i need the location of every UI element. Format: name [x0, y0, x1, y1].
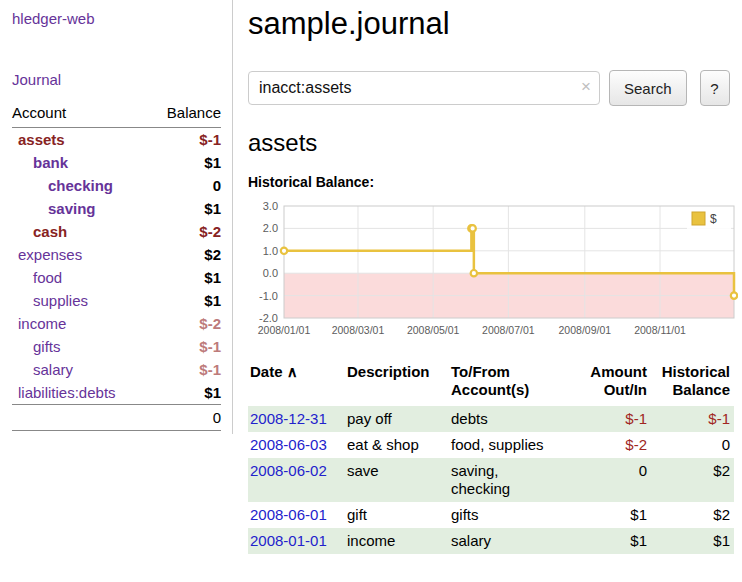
account-row: supplies$1 — [12, 289, 221, 312]
account-balance: $-1 — [149, 358, 221, 381]
legend-series-swatch — [692, 212, 705, 225]
y-axis-tick-label: -1.0 — [259, 290, 278, 302]
help-button[interactable]: ? — [700, 70, 730, 106]
account-row: assets$-1 — [12, 128, 221, 152]
register-header-date[interactable]: Date ∧ — [248, 361, 345, 406]
x-axis-tick-label: 2008/07/01 — [482, 324, 535, 336]
cell-date: 2008-01-01 — [248, 528, 345, 554]
accounts-total-row: 0 — [12, 405, 221, 431]
account-balance: $-1 — [149, 128, 221, 152]
transaction-date-link[interactable]: 2008-06-01 — [250, 506, 327, 523]
data-point-marker — [281, 248, 287, 254]
account-cell: cash — [12, 220, 149, 243]
account-balance: $1 — [149, 289, 221, 312]
account-balance: $1 — [149, 197, 221, 220]
cell-balance: 0 — [651, 432, 734, 458]
cell-description: income — [345, 528, 449, 554]
search-box: × — [248, 71, 600, 105]
cell-date: 2008-12-31 — [248, 406, 345, 432]
account-balance: $-2 — [149, 312, 221, 335]
register-header-description: Description — [345, 361, 449, 406]
account-cell: saving — [12, 197, 149, 220]
transaction-date-link[interactable]: 2008-06-03 — [250, 436, 327, 453]
account-link[interactable]: salary — [33, 361, 73, 378]
accounts-total-spacer — [12, 405, 149, 431]
cell-balance: $2 — [651, 502, 734, 528]
cell-amount: 0 — [579, 458, 651, 502]
cell-balance: $1 — [651, 528, 734, 554]
cell-description: save — [345, 458, 449, 502]
account-link[interactable]: assets — [18, 131, 65, 148]
account-heading: assets — [248, 129, 738, 157]
x-axis-tick-label: 2008/03/01 — [332, 324, 385, 336]
cell-amount: $1 — [579, 502, 651, 528]
transaction-date-link[interactable]: 2008-12-31 — [250, 410, 327, 427]
account-row: checking0 — [12, 174, 221, 197]
data-point-marker — [469, 225, 475, 231]
cell-accounts: salary — [449, 528, 579, 554]
page-title: sample.journal — [248, 6, 738, 42]
account-row: cash$-2 — [12, 220, 221, 243]
accounts-table: Account Balance assets$-1bank$1checking0… — [12, 100, 221, 431]
transaction-row: 2008-06-02savesaving, checking0$2 — [248, 458, 734, 502]
account-row: saving$1 — [12, 197, 221, 220]
account-cell: assets — [12, 128, 149, 152]
sort-ascending-icon[interactable]: ∧ — [287, 363, 298, 380]
y-axis-tick-label: 2.0 — [263, 222, 278, 234]
account-cell: income — [12, 312, 149, 335]
account-link[interactable]: checking — [48, 177, 113, 194]
transaction-row: 2008-01-01incomesalary$1$1 — [248, 528, 734, 554]
cell-balance: $2 — [651, 458, 734, 502]
account-row: liabilities:debts$1 — [12, 381, 221, 405]
account-cell: liabilities:debts — [12, 381, 149, 405]
y-axis-tick-label: 0.0 — [263, 267, 278, 279]
account-link[interactable]: gifts — [33, 338, 61, 355]
historical-balance-chart: 3.02.01.00.0-1.0-2.02008/01/012008/03/01… — [248, 200, 738, 341]
register-header-date-label[interactable]: Date — [250, 363, 283, 380]
account-link[interactable]: food — [33, 269, 62, 286]
cell-accounts: debts — [449, 406, 579, 432]
data-point-marker — [471, 270, 477, 276]
account-row: bank$1 — [12, 151, 221, 174]
sidebar-item-journal[interactable]: Journal — [12, 71, 221, 88]
account-balance: $-2 — [149, 220, 221, 243]
account-row: expenses$2 — [12, 243, 221, 266]
account-link[interactable]: income — [18, 315, 66, 332]
cell-amount: $-2 — [579, 432, 651, 458]
x-axis-tick-label: 2008/09/01 — [559, 324, 612, 336]
clear-search-icon[interactable]: × — [581, 78, 591, 95]
cell-amount: $-1 — [579, 406, 651, 432]
account-row: food$1 — [12, 266, 221, 289]
register-header-accounts: To/From Account(s) — [449, 361, 579, 406]
cell-description: eat & shop — [345, 432, 449, 458]
search-button[interactable]: Search — [609, 70, 687, 106]
account-link[interactable]: expenses — [18, 246, 82, 263]
chart-title: Historical Balance: — [248, 174, 738, 190]
y-axis-tick-label: -2.0 — [259, 312, 278, 324]
account-link[interactable]: saving — [48, 200, 96, 217]
cell-description: gift — [345, 502, 449, 528]
account-link[interactable]: liabilities:debts — [18, 384, 116, 401]
account-link[interactable]: supplies — [33, 292, 88, 309]
accounts-header-row: Account Balance — [12, 100, 221, 128]
search-input[interactable] — [248, 71, 600, 105]
account-link[interactable]: bank — [33, 154, 68, 171]
register-header-balance: Historical Balance — [651, 361, 734, 406]
app-title-link[interactable]: hledger-web — [12, 10, 221, 27]
y-axis-tick-label: 1.0 — [263, 245, 278, 257]
cell-accounts: food, supplies — [449, 432, 579, 458]
cell-amount: $1 — [579, 528, 651, 554]
account-row: income$-2 — [12, 312, 221, 335]
cell-accounts: gifts — [449, 502, 579, 528]
transaction-date-link[interactable]: 2008-06-02 — [250, 462, 327, 479]
x-axis-tick-label: 2008/01/01 — [258, 324, 311, 336]
account-link[interactable]: cash — [33, 223, 67, 240]
register-header-amount: Amount Out/In — [579, 361, 651, 406]
search-row: × Search ? — [248, 70, 738, 106]
transaction-date-link[interactable]: 2008-01-01 — [250, 532, 327, 549]
account-balance: $2 — [149, 243, 221, 266]
y-axis-tick-label: 3.0 — [263, 200, 278, 212]
transaction-row: 2008-06-03eat & shopfood, supplies$-20 — [248, 432, 734, 458]
cell-date: 2008-06-02 — [248, 458, 345, 502]
cell-date: 2008-06-03 — [248, 432, 345, 458]
